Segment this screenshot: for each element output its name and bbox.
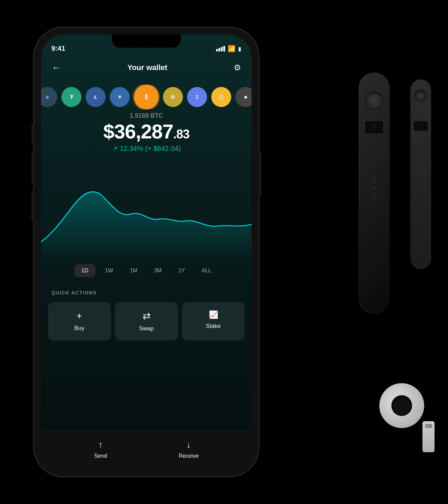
scene: 9:41 📶 ▮ ← Your wallet ⚙ <box>34 10 414 494</box>
page-title: Your wallet <box>61 63 234 72</box>
time-btn-1y[interactable]: 1Y <box>171 264 192 277</box>
time-selector: 1D 1W 1M 3M 1Y ALL <box>41 264 252 277</box>
stake-button[interactable]: 📈 Stake <box>182 302 245 340</box>
coin-row: ◉ ₮ Ł ✕ ₿ Ð Ξ ⬡ ◈ <box>41 85 252 109</box>
coin-ethereum[interactable]: Ξ <box>187 87 207 107</box>
swap-label: Swap <box>139 325 154 332</box>
signal-icon <box>216 46 225 51</box>
status-icons: 📶 ▮ <box>216 45 241 52</box>
phone-button-silent <box>31 124 34 143</box>
quick-actions-label: QUICK ACTIONS <box>51 290 97 295</box>
ledger-nano-x: Bitcoin▲▼ Bitcoin ▴ ◈ ⚙ ● ✦ ◉ + ▸ ▾ ■ <box>359 72 390 314</box>
back-button[interactable]: ← <box>51 62 61 73</box>
phone-button-vol-down <box>31 190 34 221</box>
time-btn-all[interactable]: ALL <box>195 264 218 277</box>
coin-tether[interactable]: ₮ <box>61 87 81 107</box>
send-label: Send <box>94 453 107 459</box>
coin-bitcoin[interactable]: ₿ <box>134 85 159 109</box>
price-main: $36,287.83 <box>41 122 252 142</box>
coin-xrp[interactable]: ✕ <box>110 87 130 107</box>
send-icon: ↑ <box>98 439 103 450</box>
ledger-stick: Ethereum▴▾ Ethereum ◎ ▸ ⬡ ● ✦ ◈ + ▸ ▾ <box>410 79 431 269</box>
btc-amount: 1.9169 BTC <box>41 112 252 119</box>
coin-algo[interactable]: ◈ <box>235 87 252 107</box>
send-button[interactable]: ↑ Send <box>94 439 107 459</box>
coin-unknown[interactable]: ◉ <box>41 87 57 107</box>
stake-label: Stake <box>206 323 221 330</box>
price-change: ↗ 12.34% (+ $842.04) <box>41 144 252 153</box>
ledger-nano-s-plus <box>379 383 428 445</box>
receive-button[interactable]: ↓ Receive <box>178 439 198 459</box>
buy-button[interactable]: + Buy <box>48 302 111 340</box>
phone: 9:41 📶 ▮ ← Your wallet ⚙ <box>34 28 259 476</box>
notch <box>112 35 181 48</box>
receive-icon: ↓ <box>186 439 191 450</box>
phone-screen: 9:41 📶 ▮ ← Your wallet ⚙ <box>41 35 252 469</box>
ledger-body-white <box>379 383 424 428</box>
buy-icon: + <box>77 310 82 321</box>
time-btn-3m[interactable]: 3M <box>147 264 168 277</box>
coin-dogecoin[interactable]: Ð <box>163 87 183 107</box>
phone-button-vol-up <box>31 152 34 183</box>
time-btn-1d[interactable]: 1D <box>75 264 95 277</box>
app-header: ← Your wallet ⚙ <box>41 57 252 78</box>
ledger-screen: Bitcoin▲▼ <box>365 121 384 134</box>
swap-icon: ⇄ <box>143 310 150 322</box>
battery-icon: ▮ <box>238 46 241 52</box>
time-btn-1m[interactable]: 1M <box>123 264 144 277</box>
coin-bnb[interactable]: ⬡ <box>211 87 231 107</box>
swap-button[interactable]: ⇄ Swap <box>115 302 178 340</box>
price-section: 1.9169 BTC $36,287.83 ↗ 12.34% (+ $842.0… <box>41 112 252 153</box>
wifi-icon: 📶 <box>228 45 235 52</box>
status-time: 9:41 <box>51 45 65 52</box>
phone-button-power <box>259 152 261 197</box>
quick-actions: + Buy ⇄ Swap 📈 Stake <box>48 302 245 340</box>
price-chart <box>41 166 252 262</box>
ledger-button-white <box>391 395 412 416</box>
buy-label: Buy <box>74 325 84 332</box>
hardware-devices: Bitcoin▲▼ Bitcoin ▴ ◈ ⚙ ● ✦ ◉ + ▸ ▾ ■ <box>269 45 441 459</box>
stake-icon: 📈 <box>209 310 218 319</box>
receive-label: Receive <box>178 453 198 459</box>
bottom-bar: ↑ Send ↓ Receive <box>41 431 252 469</box>
coin-litecoin[interactable]: Ł <box>86 87 106 107</box>
settings-button[interactable]: ⚙ <box>234 63 241 72</box>
time-btn-1w[interactable]: 1W <box>98 264 120 277</box>
